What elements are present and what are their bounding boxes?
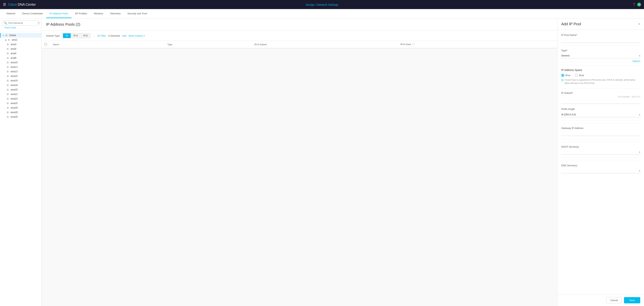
prefix-length-group: Prefix length /8 (255.0.0.0) /16 (255.25… [561,108,640,120]
separator-5 [561,161,640,161]
tab-network[interactable]: Network [3,10,19,18]
site-icon: ⊞ [7,61,9,64]
brand-logo: Cisco DNA Center [8,3,36,7]
site-icon: ⊞ [7,52,9,55]
tree-label: area3 [10,43,16,46]
subnet-btn-all[interactable]: All [63,33,71,38]
selected-count: 0 Selected [108,34,120,37]
tree-label: area26 [10,106,18,109]
top-navigation: ☰ Cisco DNA Center Design / Network Sett… [0,0,644,9]
sidebar-item-area5[interactable]: ⊞ area5 [0,47,41,51]
tab-sp-profiles[interactable]: SP Profiles [72,10,90,18]
dns-wrapper: ▾ [561,168,640,173]
options-link[interactable]: Options [632,60,640,63]
search-help-link[interactable]: Search Help [2,26,39,30]
sidebar-item-area6[interactable]: ⊞ area6 [0,51,41,56]
menu-icon[interactable]: ☰ [3,3,6,7]
tab-wireless[interactable]: Wireless [90,10,107,18]
site-icon: ⊞ [7,93,9,95]
ip-version-radio-group: IPv4 IPv6 [561,74,640,77]
site-icon: ⊞ [7,111,9,114]
sidebar-item-area1[interactable]: ▶ ⊞ area1 [0,38,41,42]
breadcrumb: Design / Network Settings [306,3,338,6]
panel-header: Add IP Pool × [558,19,644,30]
dhcp-input[interactable] [561,149,640,155]
sidebar-item-area3[interactable]: ⊞ area3 [0,42,41,47]
add-button[interactable]: Add [122,34,126,37]
ipv6-radio-option[interactable]: IPv6 [575,74,584,77]
sidebar-item-area18[interactable]: ⊞ area18 [0,83,41,87]
sidebar-item-area30[interactable]: ⊞ area30 [0,115,41,119]
tree-label: area13 [10,70,18,73]
panel-footer: Cancel Save [558,294,644,306]
sidebar-item-area23[interactable]: ⊞ area23 [0,96,41,101]
dhcp-group: DHCP Server(s) ▾ [561,145,640,158]
site-icon: ⊞ [7,102,9,105]
table-col-ipv4-subnet: IPv4 Subnet [251,41,397,48]
sidebar-item-area20[interactable]: ⊞ area20 [0,87,41,92]
help-icon[interactable]: ? [633,3,635,6]
tab-security-and-trust[interactable]: Security and Trust [124,10,151,18]
tree-label: area5 [10,48,16,50]
subnet-type-buttons: All IPv4 IPv6 [63,33,90,38]
close-panel-button[interactable]: × [638,22,640,26]
tree-label: area16 [10,79,18,82]
sidebar-item-area26[interactable]: ⊞ area26 [0,105,41,110]
more-actions-button[interactable]: More Actions ▾ [129,34,145,37]
table-col-name: Name ↑ [50,41,164,48]
gateway-label: Gateway IP Address [561,127,640,129]
tree-label: area28 [10,111,18,114]
toolbar: Subnet Type All IPv4 IPv6 ⊟ Filter 0 Sel… [42,31,557,41]
tab-ip-address-pools[interactable]: IP Address Pools [46,10,72,18]
ipv4-radio-option[interactable]: IPv4 [561,74,570,77]
sidebar-item-area11[interactable]: ⊞ area11 [0,65,41,69]
expand-icon: ▾ [3,34,5,36]
tree-label: area1 [12,39,18,41]
filter-button[interactable]: ⊟ Filter [98,34,106,37]
save-button[interactable]: Save [624,297,640,303]
tree-label: area23 [10,97,18,100]
prefix-length-select[interactable]: /8 (255.0.0.0) /16 (255.255.0.0) /24 (25… [561,112,640,117]
sidebar-item-area15[interactable]: ⊞ area15 [0,74,41,78]
ipv4-radio-circle [561,74,564,77]
prefix-select-wrapper: /8 (255.0.0.0) /16 (255.255.0.0) /24 (25… [561,112,640,117]
filter-icon[interactable]: ▽ [38,22,40,25]
table-col-ipv4-used: IPv4 Used ⓘ [398,41,557,48]
site-icon: ⊞ [7,75,9,77]
sidebar-tree: ▾ ⊞ Global ▶ ⊞ area1 ⊞ area3 ⊞ area5 ⊞ a… [0,32,41,306]
tab-device-credentials[interactable]: Device Credentials [19,10,46,18]
type-select[interactable]: Generic LAN WAN MANAGEMENT SERVICE [561,53,640,58]
sidebar-item-area13[interactable]: ⊞ area13 [0,69,41,74]
sort-asc-icon[interactable]: ↑ [60,44,61,46]
ip-pool-name-label: IP Pool Name* [561,34,640,36]
sidebar-item-area21[interactable]: ⊞ area21 [0,92,41,96]
sidebar-item-area16[interactable]: ⊞ area16 [0,78,41,83]
subnet-btn-ipv6[interactable]: IPv6 [80,33,90,38]
sidebar-item-area10[interactable]: ⊞ area10 [0,60,41,65]
gateway-input[interactable] [561,131,640,136]
site-icon: ⊞ [7,43,9,46]
sidebar-item-area25[interactable]: ⊞ area25 [0,101,41,105]
ip-pool-name-input[interactable] [561,38,640,43]
sidebar-item-area28[interactable]: ⊞ area28 [0,110,41,115]
site-icon: ⊞ [7,115,9,118]
dns-label: DNS Server(s) [561,164,640,167]
ip-pools-table: Name ↑ Type IPv4 Subnet IPv4 Used ⓘ [42,41,557,48]
select-all-checkbox[interactable] [44,43,47,46]
prefix-length-label: Prefix length [561,108,640,110]
dns-input[interactable] [561,168,640,173]
site-icon: ⊞ [8,39,10,41]
ip-subnet-example: For Example - 192.0.2.0 [561,95,640,98]
type-group: Type* Generic LAN WAN MANAGEMENT SERVICE… [561,49,640,62]
cancel-button[interactable]: Cancel [606,297,622,303]
tab-telemetry[interactable]: Telemetry [106,10,124,18]
sidebar-item-area8[interactable]: ⊞ area8 [0,56,41,60]
sidebar-item-global[interactable]: ▾ ⊞ Global [0,33,41,38]
main-layout: 🔍 ▽ Search Help ▾ ⊞ Global ▶ ⊞ area1 ⊞ [0,19,644,306]
site-icon: ⊞ [7,84,9,86]
subnet-btn-ipv4[interactable]: IPv4 [71,33,80,38]
search-input[interactable] [8,22,36,24]
ip-subnet-input[interactable] [561,99,640,104]
info-icon[interactable]: ⓘ [412,43,414,46]
type-label: Type* [561,49,640,52]
